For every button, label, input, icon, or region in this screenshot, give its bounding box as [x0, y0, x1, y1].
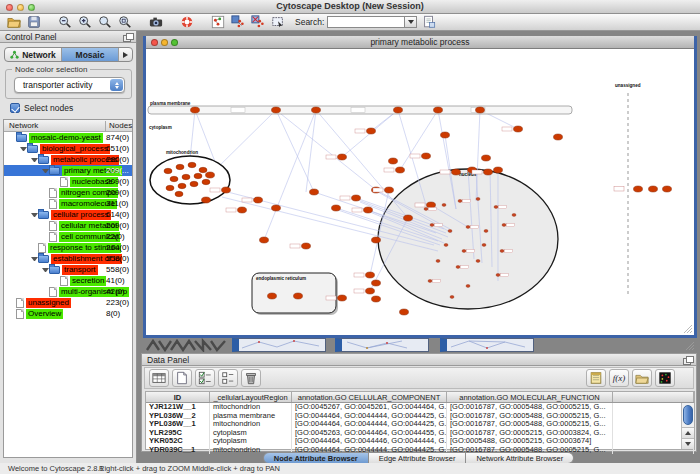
expander-icon[interactable] — [30, 156, 38, 164]
column-header-cellular-component[interactable]: annotation.GO CELLULAR_COMPONENT — [292, 392, 447, 402]
plugin-manager-button[interactable] — [420, 15, 437, 30]
nucleus-gene-node — [462, 250, 466, 253]
mitochondrion-gene-node — [182, 174, 190, 179]
unassigned-gene-node — [634, 186, 643, 192]
expander-icon[interactable] — [30, 211, 38, 219]
zoom-fit-button[interactable] — [96, 15, 113, 30]
table-row[interactable]: YPL036W__2plasma membrane[GO:0044464, GO… — [146, 412, 694, 421]
select-attributes-button[interactable] — [195, 369, 215, 387]
delete-attribute-button[interactable] — [241, 369, 261, 387]
annotation-tool-button[interactable] — [269, 15, 286, 30]
resize-grip-icon[interactable] — [683, 339, 695, 351]
table-row[interactable]: YLR295Ccytoplasm[GO:0045263, GO:0044464,… — [146, 429, 694, 438]
destroy-network-button[interactable] — [209, 15, 226, 30]
tree-row[interactable]: multi-organism pro42(0) — [4, 286, 132, 297]
document-icon — [49, 188, 57, 198]
table-row[interactable]: YJR121W__1mitochondrion[GO:0045267, GO:0… — [146, 403, 694, 412]
column-header-filler — [613, 392, 694, 402]
tree-row[interactable]: nucleobase-209(0) — [4, 176, 132, 187]
cytoplasm-gene-node — [202, 197, 211, 203]
tree-column-nodes: Nodes — [105, 121, 132, 132]
table-cell: [GO:0044464, GO:0044444, GO:0044425, G..… — [292, 412, 447, 421]
node-label — [502, 127, 512, 131]
select-nodes-checkbox[interactable] — [10, 103, 20, 113]
table-cell: [GO:0016787, GO:0005488, GO:0005215, G..… — [447, 403, 613, 412]
cytoplasm-gene-node — [372, 280, 381, 286]
scroll-down-icon[interactable] — [682, 438, 694, 449]
table-scrollbar[interactable] — [681, 403, 694, 449]
tab-network[interactable]: Network — [5, 48, 62, 61]
search-dropdown-arrow-icon[interactable] — [405, 16, 417, 28]
nucleus-compartment — [378, 169, 558, 309]
minimized-network-window[interactable] — [335, 338, 429, 352]
expander-icon[interactable] — [30, 255, 38, 263]
tree-row[interactable]: transport558(0) — [4, 264, 132, 275]
tab-mosaic[interactable]: Mosaic — [62, 48, 119, 61]
network-window-titlebar[interactable]: primary metabolic process — [146, 36, 694, 49]
scroll-up-icon[interactable] — [682, 427, 694, 438]
tree-row[interactable]: cellular metabol209(0) — [4, 220, 132, 231]
formula-builder-button[interactable]: f(x) — [609, 369, 629, 387]
search-combobox[interactable] — [327, 16, 417, 28]
scrollbar-thumb[interactable] — [683, 405, 693, 425]
expander-icon[interactable] — [41, 167, 49, 175]
float-panel-icon[interactable] — [683, 356, 692, 364]
expander-icon[interactable] — [19, 145, 27, 153]
tree-row[interactable]: cell communicat22(0) — [4, 231, 132, 242]
column-header-region[interactable]: _cellularLayoutRegion — [210, 392, 292, 402]
unselect-attributes-button[interactable] — [218, 369, 238, 387]
expander-icon[interactable] — [41, 266, 49, 274]
node-label — [461, 266, 469, 269]
tree-row[interactable]: establishment of lo558(0) — [4, 253, 132, 264]
open-file-button[interactable] — [5, 15, 22, 30]
tree-row[interactable]: Overview8(0) — [4, 308, 132, 319]
tab-overflow-arrow-icon[interactable] — [119, 48, 132, 61]
tree-row[interactable]: macromolecule311(0) — [4, 198, 132, 209]
zoom-out-button[interactable] — [56, 15, 73, 30]
control-panel-tabs: Network Mosaic — [4, 47, 133, 62]
minimized-network-window[interactable] — [440, 338, 534, 352]
help-button[interactable] — [178, 15, 195, 30]
tree-row[interactable]: metabolic process280(0) — [4, 154, 132, 165]
table-row[interactable]: YPL036W__1mitochondrion[GO:0044464, GO:0… — [146, 420, 694, 429]
attribute-table-button[interactable] — [149, 369, 169, 387]
tree-row[interactable]: primary metabo209(... — [4, 165, 132, 176]
attribute-dropdown[interactable]: transporter activity — [14, 77, 125, 93]
tree-row-label: unassigned — [26, 298, 71, 308]
cytoplasm-gene-node — [254, 197, 263, 203]
search-input[interactable] — [327, 16, 405, 28]
matrix-view-button[interactable] — [655, 369, 675, 387]
snapshot-button[interactable] — [147, 15, 164, 30]
node-label — [210, 188, 220, 192]
node-label — [354, 289, 364, 293]
float-panel-icon[interactable] — [123, 33, 132, 41]
minimized-network-window[interactable] — [232, 338, 326, 352]
zoom-in-button[interactable] — [76, 15, 93, 30]
tree-row[interactable]: unassigned223(0) — [4, 297, 132, 308]
save-session-button[interactable] — [25, 15, 42, 30]
tree-row[interactable]: response to stimulu264(0) — [4, 242, 132, 253]
node-label — [326, 296, 336, 300]
zoom-selected-button[interactable] — [116, 15, 133, 30]
column-header-id[interactable]: ID — [146, 392, 210, 402]
tree-row[interactable]: biological_process651(0) — [4, 143, 132, 154]
tree-row[interactable]: secretion41(0) — [4, 275, 132, 286]
tree-row[interactable]: cellular process614(0) — [4, 209, 132, 220]
tree-row[interactable]: mosaic-demo-yeast874(0) — [4, 132, 132, 143]
table-row[interactable]: YKR052Ccytoplasm[GO:0044464, GO:0044446,… — [146, 437, 694, 446]
dropdown-stepper-icon[interactable] — [110, 79, 123, 91]
destroy-view-icon — [251, 15, 265, 29]
network-view-window[interactable]: primary metabolic process plasma membran… — [143, 36, 697, 338]
tree-row[interactable]: nitrogen compo209(0) — [4, 187, 132, 198]
network-canvas[interactable]: plasma membranecytoplasmmitochondrionnuc… — [146, 49, 694, 335]
tree-row-count: 558(0) — [106, 254, 129, 263]
tab-network-label: Network — [22, 50, 56, 60]
nucleus-gene-node — [482, 244, 486, 247]
import-attributes-button[interactable] — [632, 369, 652, 387]
attribute-editor-button[interactable] — [586, 369, 606, 387]
column-header-molecular-function[interactable]: annotation.GO MOLECULAR_FUNCTION — [447, 392, 613, 402]
destroy-view-button[interactable] — [249, 15, 266, 30]
create-view-button[interactable] — [229, 15, 246, 30]
new-attribute-button[interactable] — [172, 369, 192, 387]
node-label — [352, 208, 362, 212]
